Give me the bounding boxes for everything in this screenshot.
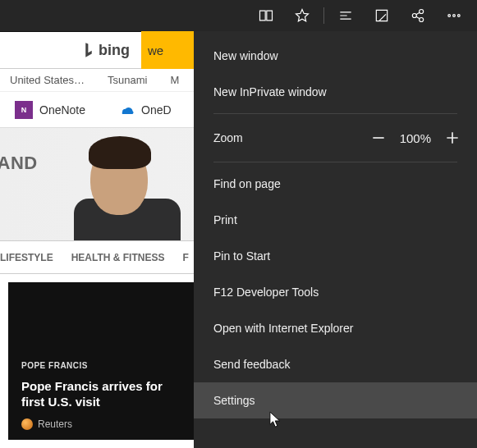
- zoom-out-button[interactable]: [369, 128, 388, 148]
- onenote-shortcut[interactable]: N OneNote: [15, 101, 85, 119]
- news-source-label: Reuters: [38, 418, 72, 430]
- reading-view-icon[interactable]: [248, 0, 284, 31]
- bing-label: bing: [99, 42, 130, 59]
- more-icon[interactable]: [436, 0, 472, 31]
- onedrive-icon: [118, 104, 135, 116]
- news-headline: Pope Francis arrives for first U.S. visi…: [21, 379, 186, 410]
- menu-new-window[interactable]: New window: [194, 38, 477, 74]
- menu-settings[interactable]: Settings: [194, 382, 477, 418]
- onedrive-shortcut[interactable]: OneD: [118, 103, 172, 117]
- menu-print[interactable]: Print: [194, 202, 477, 238]
- menu-separator: [213, 113, 457, 114]
- trending-item[interactable]: Tsunami: [108, 74, 147, 86]
- menu-zoom-row: Zoom 100%: [194, 117, 477, 158]
- reuters-icon: [21, 418, 33, 430]
- zoom-label: Zoom: [213, 131, 243, 144]
- more-menu: New window New InPrivate window Zoom 100…: [194, 31, 477, 448]
- svg-point-1: [420, 10, 424, 14]
- menu-separator: [213, 162, 457, 162]
- onedrive-label: OneD: [141, 103, 172, 117]
- trending-item[interactable]: United States…: [10, 74, 85, 86]
- tab-lifestyle[interactable]: LIFESTYLE: [0, 252, 53, 263]
- menu-dev-tools[interactable]: F12 Developer Tools: [194, 274, 477, 310]
- favorite-star-icon[interactable]: [284, 0, 320, 31]
- svg-point-3: [448, 15, 451, 17]
- browser-titlebar: [0, 0, 477, 31]
- svg-point-0: [412, 14, 416, 18]
- onenote-icon: N: [15, 101, 33, 119]
- bing-logo[interactable]: bing: [82, 42, 130, 59]
- news-topic-badge: POPE FRANCIS: [21, 361, 88, 370]
- hero-image: [74, 135, 213, 241]
- menu-send-feedback[interactable]: Send feedback: [194, 346, 477, 382]
- menu-open-ie[interactable]: Open with Internet Explorer: [194, 310, 477, 346]
- menu-new-inprivate[interactable]: New InPrivate window: [194, 74, 477, 110]
- zoom-value: 100%: [400, 131, 431, 145]
- menu-find-on-page[interactable]: Find on page: [194, 166, 477, 202]
- svg-point-5: [458, 15, 461, 17]
- hub-icon[interactable]: [328, 0, 364, 31]
- mouse-cursor-icon: [269, 411, 284, 432]
- svg-point-4: [453, 15, 456, 17]
- news-card[interactable]: POPE FRANCIS Pope Francis arrives for fi…: [8, 282, 212, 440]
- trending-item[interactable]: M: [170, 74, 179, 86]
- titlebar-separator: [323, 7, 324, 24]
- tab-more[interactable]: F: [182, 252, 188, 263]
- news-source: Reuters: [21, 418, 72, 430]
- svg-point-2: [420, 18, 424, 22]
- web-note-icon[interactable]: [364, 0, 400, 31]
- menu-pin-to-start[interactable]: Pin to Start: [194, 238, 477, 274]
- onenote-label: OneNote: [39, 103, 85, 117]
- hero-heading: TY AND: [0, 153, 38, 174]
- search-button-text: we: [148, 43, 163, 57]
- share-icon[interactable]: [400, 0, 436, 31]
- tab-health-fitness[interactable]: HEALTH & FITNESS: [71, 252, 165, 263]
- zoom-in-button[interactable]: [443, 128, 462, 148]
